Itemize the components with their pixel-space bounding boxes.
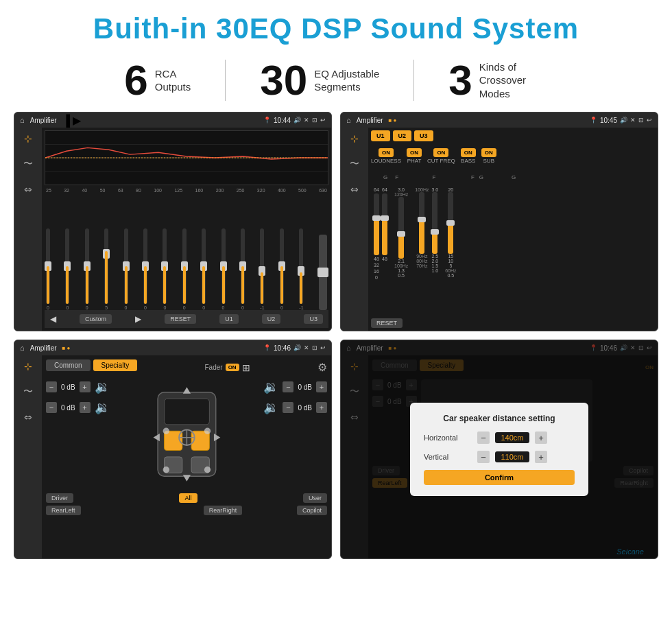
eq-u3-btn[interactable]: U3	[304, 314, 323, 324]
eq-sidebar-wave-icon[interactable]: 〜	[23, 158, 33, 170]
eq-slider-12[interactable]: -1	[260, 228, 264, 310]
amp-vslider-1[interactable]: 64 48 32 16 0	[374, 187, 379, 309]
eq-window-icon[interactable]: ⊡	[312, 117, 317, 123]
speaker-x-icon[interactable]: ✕	[304, 344, 309, 351]
eq-slider-1[interactable]: 0	[46, 228, 50, 310]
amp-vslider-2[interactable]: 64 48	[382, 187, 387, 309]
amp-sub-vslider[interactable]: 20 15 10 5 60Hz 0.5	[445, 187, 456, 309]
spk-zone-user[interactable]: User	[303, 493, 327, 503]
amp-window-icon[interactable]: ⊡	[638, 117, 644, 123]
amp-screen: ⌂ Amplifier ■ ● 📍 10:45 🔊 ✕ ⊡ ↩ ⊹ 〜 ⇔	[340, 112, 658, 331]
eq-slider-2[interactable]: 0	[65, 228, 69, 310]
amp-sidebar-sliders-icon[interactable]: ⊹	[350, 133, 359, 144]
speaker-settings-icon[interactable]: ⚙	[317, 361, 327, 374]
spk-zone-driver[interactable]: Driver	[46, 493, 73, 503]
amp-cutfreq-on[interactable]: ON	[433, 148, 448, 157]
eq-slider-11[interactable]: 0	[241, 228, 245, 310]
amp-u2-btn[interactable]: U2	[393, 130, 412, 141]
fader-label: Fader	[205, 364, 223, 371]
fader-sliders-icon[interactable]: ⊞	[242, 362, 250, 373]
amp-cutfreq-vslider[interactable]	[398, 197, 404, 259]
speaker-back-icon[interactable]: ↩	[320, 344, 326, 351]
eq-sidebar-sliders-icon[interactable]: ⊹	[24, 133, 32, 144]
eq-screen: ⌂ Amplifier ▐ ▶ 📍 10:44 🔊 ✕ ⊡ ↩ ⊹ 〜 ⇔	[14, 112, 332, 331]
amp-sub-on[interactable]: ON	[481, 148, 496, 157]
speaker-window-icon[interactable]: ⊡	[312, 344, 317, 351]
dialog-vertical-minus[interactable]: −	[477, 451, 490, 463]
eq-slider-6[interactable]: 0	[143, 228, 147, 310]
amp-loudness-on[interactable]: ON	[379, 148, 394, 157]
dialog-vertical-row: Vertical − 110cm +	[424, 451, 575, 463]
amp-main: U1 U2 U3 ON LOUDNESS ON	[368, 128, 658, 331]
eq-slider-9[interactable]: 0	[202, 228, 206, 310]
amp-back-icon[interactable]: ↩	[647, 117, 652, 123]
eq-slider-15[interactable]	[319, 235, 327, 310]
amp-reset-container: RESET	[371, 316, 655, 328]
dialog-horizontal-minus[interactable]: −	[477, 432, 490, 444]
spk-plus-1[interactable]: +	[80, 381, 91, 392]
spk-plus-2[interactable]: +	[80, 402, 91, 413]
amp-u3-btn[interactable]: U3	[414, 130, 433, 141]
speaker-sidebar-icon-3[interactable]: ⇔	[24, 412, 32, 423]
amp-reset-btn[interactable]: RESET	[371, 318, 403, 328]
speaker-topbar: ⌂ Amplifier ■ ● 📍 10:46 🔊 ✕ ⊡ ↩	[14, 340, 331, 355]
eq-slider-8[interactable]: 0	[182, 228, 187, 310]
speaker-tab-common[interactable]: Common	[46, 359, 91, 371]
amp-bass-vslider-2[interactable]: 3.0 2.5 2.0 1.5 1.0	[431, 187, 438, 309]
amp-x-icon[interactable]: ✕	[630, 117, 636, 123]
dialog-overlay: Car speaker distance setting Horizontal …	[341, 340, 658, 558]
dialog-vertical-plus[interactable]: +	[535, 451, 547, 463]
eq-slider-3[interactable]: 0	[85, 228, 89, 310]
amp-sidebar-arrows-icon[interactable]: ⇔	[350, 184, 359, 195]
amp-time: 10:45	[600, 117, 617, 124]
spk-plus-3[interactable]: +	[316, 381, 327, 392]
page-title: Buith-in 30EQ DSP Sound System	[0, 12, 672, 45]
eq-prev-icon[interactable]: ◀	[50, 314, 56, 324]
eq-reset-btn[interactable]: RESET	[165, 314, 196, 324]
speaker-location-icon: 📍	[263, 344, 271, 351]
eq-x-icon[interactable]: ✕	[304, 117, 309, 123]
eq-sidebar-arrows-icon[interactable]: ⇔	[24, 184, 32, 195]
spk-zone-rearleft[interactable]: RearLeft	[46, 506, 81, 515]
amp-phat-on[interactable]: ON	[407, 148, 422, 157]
eq-slider-14[interactable]: -1	[299, 228, 303, 310]
eq-back-icon[interactable]: ↩	[320, 117, 326, 123]
eq-u2-btn[interactable]: U2	[262, 314, 281, 324]
spk-zone-all[interactable]: All	[179, 493, 197, 503]
eq-chart-svg	[45, 131, 328, 185]
amp-bass-vslider-1[interactable]: 100Hz 90Hz 80Hz 70Hz	[415, 187, 429, 309]
dialog-confirm-button[interactable]: Confirm	[424, 470, 575, 485]
speaker-row-1: − 0 dB + 🔉	[46, 379, 110, 394]
spk-minus-3[interactable]: −	[283, 381, 293, 392]
eq-slider-13[interactable]: 0	[280, 228, 284, 310]
eq-slider-4[interactable]: 5	[104, 228, 108, 310]
spk-zone-copilot[interactable]: Copilot	[297, 506, 327, 515]
page-header: Buith-in 30EQ DSP Sound System	[0, 0, 672, 52]
amp-title: Amplifier	[357, 117, 383, 124]
spk-minus-4[interactable]: −	[283, 402, 293, 413]
speaker-tab-specialty[interactable]: Specialty	[93, 359, 138, 371]
speaker-sidebar-icon-1[interactable]: ⊹	[24, 361, 32, 372]
amp-bass-on[interactable]: ON	[461, 148, 476, 157]
amp-home-icon[interactable]: ⌂	[346, 116, 351, 124]
spk-icon-1: 🔉	[95, 379, 110, 394]
stat-eq: 30 EQ AdjustableSegments	[226, 59, 413, 102]
eq-home-icon[interactable]: ⌂	[20, 116, 25, 124]
eq-slider-7[interactable]: 0	[163, 228, 167, 310]
spk-zone-rearright[interactable]: RearRight	[204, 506, 243, 515]
eq-custom-btn[interactable]: Custom	[80, 314, 112, 324]
eq-u1-btn[interactable]: U1	[219, 314, 239, 324]
eq-chart	[45, 130, 328, 185]
spk-plus-4[interactable]: +	[316, 402, 327, 413]
speaker-sidebar-icon-2[interactable]: 〜	[23, 386, 33, 398]
amp-sidebar-wave-icon[interactable]: 〜	[350, 158, 359, 170]
eq-slider-5[interactable]: 0	[124, 228, 128, 310]
spk-minus-2[interactable]: −	[46, 402, 57, 413]
speaker-home-icon[interactable]: ⌂	[20, 344, 25, 352]
amp-u1-btn[interactable]: U1	[371, 130, 390, 141]
eq-slider-10[interactable]: 0	[221, 228, 226, 310]
spk-minus-1[interactable]: −	[46, 381, 57, 392]
eq-next-icon[interactable]: ▶	[135, 314, 141, 324]
fader-toggle-on[interactable]: ON	[226, 364, 239, 371]
dialog-horizontal-plus[interactable]: +	[535, 432, 547, 444]
